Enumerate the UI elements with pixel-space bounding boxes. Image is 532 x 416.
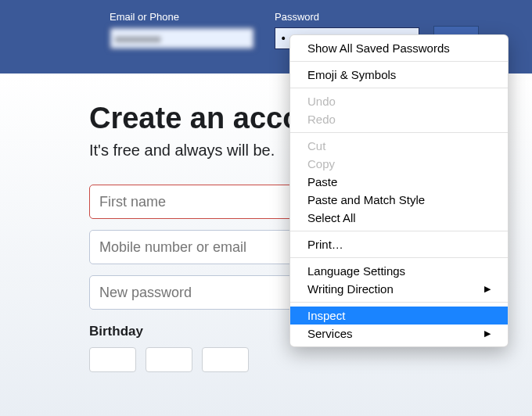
context-menu[interactable]: Show All Saved PasswordsEmoji & SymbolsU… bbox=[289, 34, 509, 347]
menu-item: Copy bbox=[290, 155, 508, 173]
menu-item-label: Inspect bbox=[307, 309, 345, 322]
email-label: Email or Phone bbox=[110, 11, 254, 23]
menu-item[interactable]: Paste and Match Style bbox=[290, 191, 508, 209]
menu-item-label: Writing Direction bbox=[307, 282, 394, 296]
menu-separator bbox=[290, 132, 508, 133]
menu-item-label: Services bbox=[307, 327, 353, 340]
menu-item[interactable]: Emoji & Symbols bbox=[290, 66, 508, 84]
menu-item[interactable]: Select All bbox=[290, 209, 508, 227]
chevron-right-icon: ▶ bbox=[484, 328, 491, 339]
email-input[interactable] bbox=[110, 27, 254, 49]
menu-item[interactable]: Print… bbox=[290, 235, 508, 253]
menu-item-label: Cut bbox=[307, 139, 325, 152]
birthday-day-select[interactable] bbox=[146, 347, 192, 372]
birthday-month-select[interactable] bbox=[89, 347, 136, 372]
menu-item[interactable]: Inspect bbox=[290, 307, 508, 325]
menu-item[interactable]: Show All Saved Passwords bbox=[290, 39, 508, 57]
menu-item[interactable]: Paste bbox=[290, 173, 508, 191]
menu-separator bbox=[290, 88, 508, 88]
email-login-col: Email or Phone bbox=[110, 11, 254, 74]
menu-item-label: Language Settings bbox=[307, 264, 405, 278]
menu-separator bbox=[290, 257, 508, 258]
menu-item-label: Redo bbox=[307, 113, 336, 126]
menu-item-label: Print… bbox=[307, 238, 343, 251]
menu-separator bbox=[290, 61, 508, 62]
menu-separator bbox=[290, 231, 508, 231]
birthday-selects bbox=[89, 347, 532, 372]
menu-item-label: Undo bbox=[307, 95, 336, 108]
birthday-year-select[interactable] bbox=[202, 347, 249, 372]
menu-item: Cut bbox=[290, 137, 508, 155]
menu-item-label: Select All bbox=[307, 211, 356, 224]
menu-item-label: Show All Saved Passwords bbox=[307, 41, 450, 55]
password-label: Password bbox=[275, 11, 419, 23]
menu-item-label: Paste bbox=[307, 175, 337, 188]
menu-item: Redo bbox=[290, 110, 508, 128]
chevron-right-icon: ▶ bbox=[484, 284, 491, 294]
menu-item-label: Copy bbox=[307, 157, 335, 170]
menu-item-label: Paste and Match Style bbox=[307, 193, 425, 206]
menu-item-label: Emoji & Symbols bbox=[307, 68, 396, 81]
menu-item[interactable]: Writing Direction▶ bbox=[290, 280, 508, 298]
menu-item: Undo bbox=[290, 92, 508, 110]
menu-separator bbox=[290, 302, 508, 303]
menu-item[interactable]: Services▶ bbox=[290, 325, 508, 342]
menu-item[interactable]: Language Settings bbox=[290, 262, 508, 280]
